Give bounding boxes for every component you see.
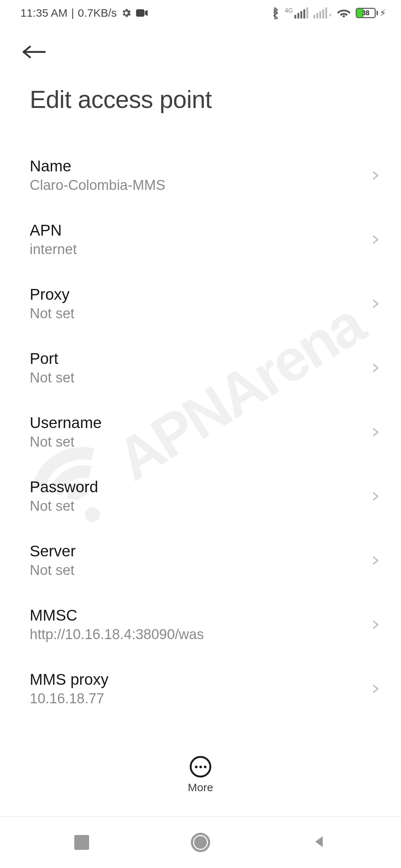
row-username[interactable]: Username Not set (0, 400, 401, 464)
chevron-right-icon (369, 298, 381, 309)
status-time: 11:35 AM (20, 7, 68, 19)
signal-4g-label: 4G (285, 7, 293, 14)
row-value: Claro-Colombia-MMS (30, 177, 369, 193)
signal-sim2: × (313, 7, 332, 19)
triangle-left-icon (311, 834, 327, 851)
dots-icon (195, 766, 198, 768)
more-label: More (188, 781, 213, 794)
status-right: 4G × 38 ⚡︎ (271, 7, 386, 19)
chevron-right-icon (369, 683, 381, 694)
row-value: Not set (30, 498, 369, 514)
gear-icon (121, 7, 132, 19)
chevron-right-icon (369, 491, 381, 502)
row-password[interactable]: Password Not set (0, 464, 401, 528)
chevron-right-icon (369, 170, 381, 181)
row-value: internet (30, 241, 369, 257)
row-proxy[interactable]: Proxy Not set (0, 272, 401, 336)
chevron-right-icon (369, 555, 381, 566)
row-mmsc[interactable]: MMSC http://10.16.18.4:38090/was (0, 592, 401, 657)
circle-icon (191, 833, 210, 852)
header: Edit access point (0, 26, 401, 132)
signal-sim1: 4G (285, 7, 308, 19)
nav-back-button[interactable] (308, 831, 330, 854)
row-value: http://10.16.18.4:38090/was (30, 627, 369, 642)
chevron-right-icon (369, 234, 381, 245)
charging-icon: ⚡︎ (379, 7, 386, 19)
row-label: APN (30, 221, 369, 239)
row-apn[interactable]: APN internet (0, 207, 401, 272)
row-label: MMSC (30, 606, 369, 624)
status-netspeed: 0.7KB/s (78, 7, 117, 19)
back-button[interactable] (22, 37, 52, 67)
no-sim-x: × (329, 12, 332, 19)
nav-recents-button[interactable] (71, 831, 93, 854)
row-value: Not set (30, 370, 369, 386)
status-bar: 11:35 AM | 0.7KB/s 4G × (0, 0, 401, 26)
row-value: Not set (30, 306, 369, 322)
row-name[interactable]: Name Claro-Colombia-MMS (0, 143, 401, 207)
arrow-left-icon (22, 45, 46, 59)
row-label: Password (30, 478, 369, 496)
battery-indicator: 38 ⚡︎ (356, 7, 386, 19)
row-server[interactable]: Server Not set (0, 528, 401, 592)
status-separator: | (71, 7, 74, 19)
row-value: 10.16.18.77 (30, 691, 369, 707)
status-left: 11:35 AM | 0.7KB/s (20, 7, 148, 19)
chevron-right-icon (369, 619, 381, 630)
row-label: Port (30, 350, 369, 368)
row-label: Proxy (30, 286, 369, 303)
svg-rect-0 (136, 9, 144, 17)
more-button[interactable] (190, 756, 211, 777)
row-label: Username (30, 414, 369, 432)
page-title: Edit access point (22, 67, 386, 128)
row-port[interactable]: Port Not set (0, 336, 401, 400)
chevron-right-icon (369, 362, 381, 374)
system-nav-bar (0, 816, 401, 868)
row-label: Server (30, 542, 369, 560)
settings-list: Name Claro-Colombia-MMS APN internet Pro… (0, 132, 401, 721)
wifi-icon (337, 7, 351, 19)
row-label: Name (30, 157, 369, 175)
camera-icon (136, 8, 148, 18)
battery-pct: 38 (357, 9, 375, 17)
square-icon (74, 835, 89, 850)
bottom-action-bar: More (0, 756, 401, 794)
bluetooth-icon (271, 7, 280, 19)
row-value: Not set (30, 434, 369, 450)
chevron-right-icon (369, 427, 381, 438)
row-mms-proxy[interactable]: MMS proxy 10.16.18.77 (0, 657, 401, 721)
row-value: Not set (30, 562, 369, 578)
row-label: MMS proxy (30, 671, 369, 688)
nav-home-button[interactable] (189, 831, 212, 854)
